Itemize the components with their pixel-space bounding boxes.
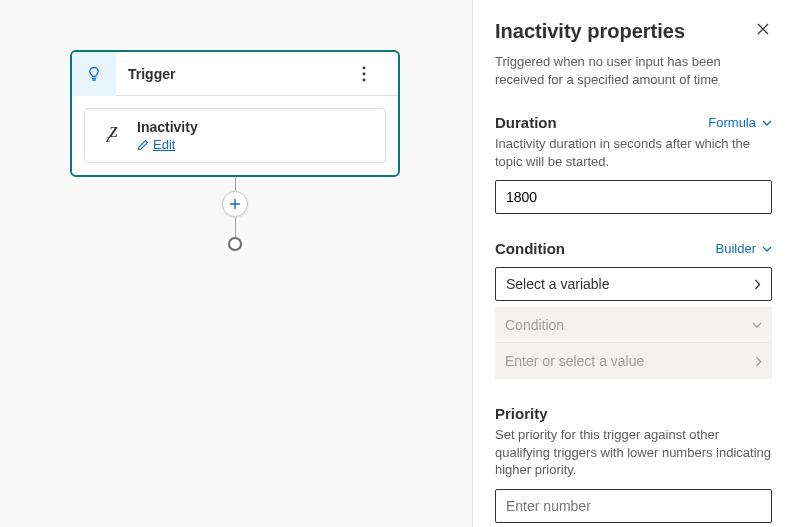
- condition-builder: Condition Enter or select a value: [495, 307, 772, 379]
- panel-title: Inactivity properties: [495, 20, 685, 43]
- chevron-down-icon: [752, 322, 762, 328]
- condition-header: Condition Builder: [495, 240, 772, 257]
- pencil-icon: [137, 139, 149, 151]
- priority-input[interactable]: [495, 489, 772, 523]
- condition-operator-row[interactable]: Condition: [495, 307, 772, 343]
- chevron-right-icon: [754, 279, 761, 290]
- priority-label: Priority: [495, 405, 772, 422]
- variable-select-placeholder: Select a variable: [506, 276, 610, 292]
- add-node-button[interactable]: [222, 191, 248, 217]
- more-vertical-icon: [362, 66, 366, 82]
- duration-mode-toggle[interactable]: Formula: [708, 115, 772, 130]
- end-node: [228, 237, 242, 251]
- svg-point-2: [363, 78, 366, 81]
- trigger-header: Trigger: [72, 52, 398, 96]
- condition-mode-toggle[interactable]: Builder: [716, 241, 772, 256]
- condition-section: Condition Builder Select a variable Cond…: [495, 240, 772, 379]
- close-button[interactable]: [754, 20, 772, 38]
- condition-value-label: Enter or select a value: [505, 353, 644, 369]
- priority-description: Set priority for this trigger against ot…: [495, 426, 772, 479]
- duration-input[interactable]: [495, 180, 772, 214]
- canvas: Trigger zZ Inactivity Edit: [0, 0, 472, 527]
- connector-line: [235, 217, 236, 237]
- chevron-down-icon: [762, 120, 772, 126]
- trigger-card[interactable]: Trigger zZ Inactivity Edit: [70, 50, 400, 177]
- plus-icon: [229, 198, 241, 210]
- trigger-more-menu[interactable]: [362, 66, 398, 82]
- variable-select[interactable]: Select a variable: [495, 267, 772, 301]
- edit-label: Edit: [153, 137, 175, 152]
- connector: [70, 177, 400, 251]
- trigger-body: zZ Inactivity Edit: [72, 96, 398, 175]
- svg-point-0: [363, 66, 366, 69]
- properties-panel: Inactivity properties Triggered when no …: [472, 0, 794, 527]
- inactivity-title: Inactivity: [137, 119, 198, 135]
- svg-point-1: [363, 72, 366, 75]
- duration-mode-label: Formula: [708, 115, 756, 130]
- trigger-title: Trigger: [116, 66, 362, 82]
- priority-section: Priority Set priority for this trigger a…: [495, 405, 772, 523]
- duration-description: Inactivity duration in seconds after whi…: [495, 135, 772, 170]
- condition-label: Condition: [495, 240, 565, 257]
- lightbulb-icon: [86, 66, 102, 82]
- condition-value-row[interactable]: Enter or select a value: [495, 343, 772, 379]
- trigger-type-icon: [72, 52, 116, 96]
- duration-label: Duration: [495, 114, 557, 131]
- chevron-right-icon: [755, 356, 762, 367]
- close-icon: [756, 22, 770, 36]
- condition-mode-label: Builder: [716, 241, 756, 256]
- sleep-icon: zZ: [97, 122, 125, 150]
- inactivity-card[interactable]: zZ Inactivity Edit: [84, 108, 386, 163]
- duration-section: Duration Formula Inactivity duration in …: [495, 114, 772, 214]
- inactivity-text: Inactivity Edit: [137, 119, 198, 152]
- condition-operator-label: Condition: [505, 317, 564, 333]
- panel-description: Triggered when no user input has been re…: [495, 53, 772, 88]
- connector-line: [235, 177, 236, 191]
- duration-header: Duration Formula: [495, 114, 772, 131]
- edit-button[interactable]: Edit: [137, 137, 198, 152]
- panel-header: Inactivity properties: [495, 20, 772, 43]
- chevron-down-icon: [762, 246, 772, 252]
